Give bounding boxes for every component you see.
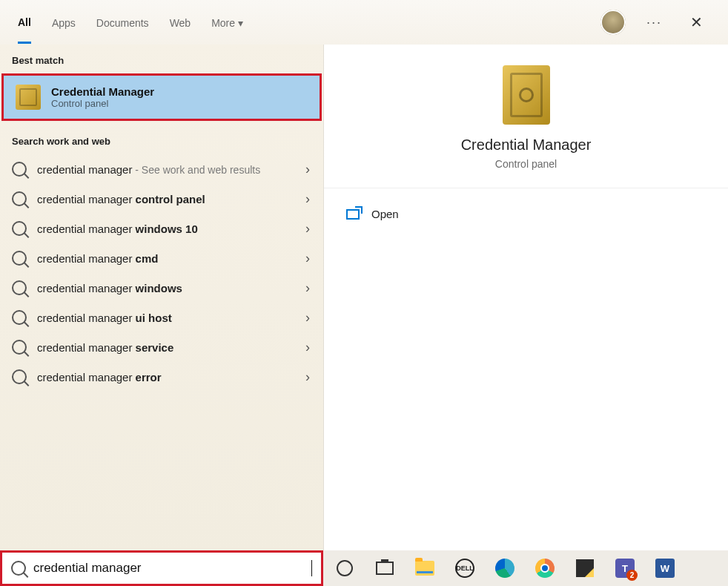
tab-more[interactable]: More▾ <box>211 2 243 42</box>
search-icon <box>12 162 27 177</box>
chrome-icon[interactable] <box>534 557 556 579</box>
file-explorer-icon[interactable] <box>414 557 436 579</box>
cortana-icon[interactable] <box>334 557 356 579</box>
chevron-right-icon: › <box>305 369 310 385</box>
teams-badge: 2 <box>626 570 638 581</box>
open-icon <box>346 209 360 220</box>
preview-title: Credential Manager <box>339 136 713 154</box>
best-match-result[interactable]: Credential Manager Control panel <box>1 73 322 121</box>
preview-subtitle: Control panel <box>339 158 713 170</box>
suggestion-text: credential manager error <box>37 371 162 383</box>
text-cursor <box>311 560 312 576</box>
section-best-match: Best match <box>0 45 323 73</box>
preview-panel: Credential Manager Control panel Open <box>323 45 728 550</box>
more-options-icon[interactable]: ··· <box>646 15 662 30</box>
open-action[interactable]: Open <box>346 202 706 226</box>
edge-icon[interactable] <box>494 557 516 579</box>
search-icon <box>12 221 27 236</box>
chevron-right-icon: › <box>305 191 310 207</box>
credential-manager-icon <box>16 85 41 110</box>
results-panel: Best match Credential Manager Control pa… <box>0 45 323 550</box>
search-suggestion[interactable]: credential manager error› <box>0 362 323 392</box>
suggestion-text: credential manager windows 10 <box>37 223 198 235</box>
search-icon <box>12 310 27 325</box>
chevron-right-icon: › <box>305 162 310 177</box>
suggestion-text: credential manager windows <box>37 282 182 294</box>
search-icon <box>12 191 27 206</box>
search-icon <box>12 251 27 266</box>
chevron-right-icon: › <box>305 280 310 296</box>
chevron-down-icon: ▾ <box>238 17 243 29</box>
search-tabs: All Apps Documents Web More▾ ··· ✕ <box>0 0 728 45</box>
suggestion-text: credential manager control panel <box>37 193 205 205</box>
credential-manager-icon-large <box>503 65 550 125</box>
tab-web[interactable]: Web <box>170 2 191 42</box>
tab-apps[interactable]: Apps <box>52 2 76 42</box>
user-avatar[interactable] <box>600 10 626 35</box>
chevron-right-icon: › <box>305 221 310 237</box>
suggestion-text: credential manager service <box>37 341 173 354</box>
sticky-notes-icon[interactable] <box>574 557 596 579</box>
teams-icon[interactable]: T2 <box>614 557 636 579</box>
dell-icon[interactable]: DELL <box>454 557 476 579</box>
word-icon[interactable]: W <box>654 557 676 579</box>
search-suggestion[interactable]: credential manager cmd› <box>0 243 323 273</box>
section-search-work-web: Search work and web <box>0 125 323 154</box>
search-icon <box>11 561 26 576</box>
search-suggestion[interactable]: credential manager ui host› <box>0 303 323 332</box>
search-icon <box>12 340 27 355</box>
task-view-icon[interactable] <box>374 557 396 579</box>
taskbar: DELL T2 W <box>323 550 728 586</box>
chevron-right-icon: › <box>305 310 310 326</box>
search-suggestion[interactable]: credential manager windows› <box>0 273 323 303</box>
tab-all[interactable]: All <box>18 1 31 44</box>
open-label: Open <box>371 208 399 220</box>
search-bar[interactable] <box>0 550 323 586</box>
chevron-right-icon: › <box>305 251 310 266</box>
close-icon[interactable]: ✕ <box>683 9 710 36</box>
suggestion-text: credential manager cmd <box>37 252 158 265</box>
search-suggestion[interactable]: credential manager windows 10› <box>0 214 323 243</box>
suggestion-text: credential manager ui host <box>37 312 172 324</box>
search-suggestion[interactable]: credential manager service› <box>0 332 323 362</box>
tab-documents[interactable]: Documents <box>96 2 149 42</box>
search-icon <box>12 369 27 384</box>
search-suggestion[interactable]: credential manager - See work and web re… <box>0 154 323 184</box>
search-suggestion[interactable]: credential manager control panel› <box>0 184 323 214</box>
best-match-title: Credential Manager <box>51 85 154 98</box>
best-match-subtitle: Control panel <box>51 98 154 109</box>
suggestion-text: credential manager - See work and web re… <box>37 163 260 176</box>
chevron-right-icon: › <box>305 340 310 355</box>
search-icon <box>12 280 27 295</box>
search-input[interactable] <box>33 561 304 576</box>
